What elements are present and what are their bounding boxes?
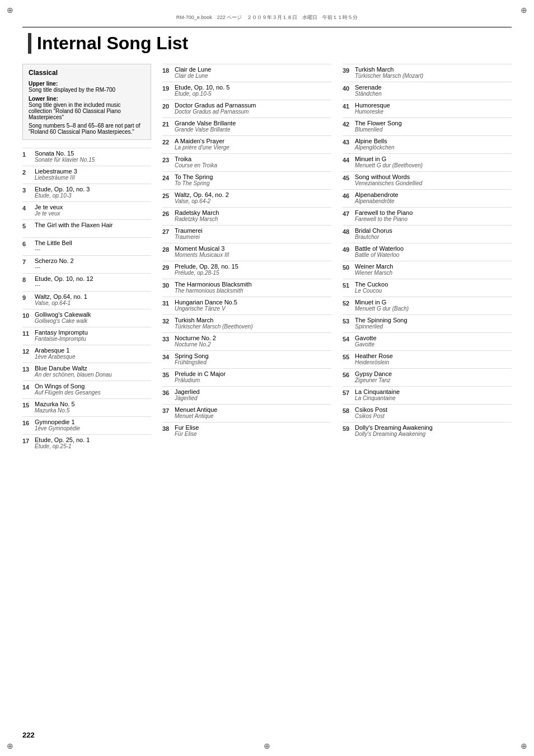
list-item: 39Turkish MarchTürkischer Marsch (Mozart… [343,64,512,82]
list-item: 29Prelude, Op. 28, no. 15Prélude, op.28-… [162,261,331,279]
song-number: 47 [343,209,355,217]
song-lower-title: Course en Troika [175,162,331,168]
song-titles: The Girl with the Flaxen Hair [35,222,151,228]
song-lower-title: Alpenglöckchen [355,144,512,151]
song-lower-title: Gavotte [355,341,512,348]
corner-mark-bm: ⊕ [261,740,273,752]
song-titles: Sonata No. 15Sonate für klavier No.15 [35,150,151,163]
song-lower-title: Wiener Marsch [355,270,512,276]
song-lower-title: Alpenabendrôte [355,198,512,204]
song-lower-title: --- [35,264,151,270]
song-upper-title: Scherzo No. 2 [35,257,151,264]
song-titles: Etude, Op. 10, no. 5Étude, op.10-5 [175,84,331,97]
song-lower-title: Fantaisie-Impromptu [35,336,151,342]
list-item: 54GavotteGavotte [343,332,512,350]
song-upper-title: Traumerei [175,227,331,234]
song-titles: Song without WordsVenezianisches Gondell… [355,173,512,186]
song-titles: AlpenabendroteAlpenabendrôte [355,191,512,204]
list-item: 14On Wings of SongAuf Flügeln des Gesang… [22,381,151,398]
song-number: 27 [162,227,175,235]
song-titles: Heather RoseHeidenröslein [355,353,512,365]
song-titles: Gymnopedie 11ève Gymnopédie [35,419,151,431]
song-number: 52 [343,299,355,307]
song-number: 15 [22,401,35,408]
song-titles: Waltz, Op. 64, no. 2Valse, op.64-2 [175,191,331,204]
song-number: 39 [343,66,355,74]
song-number: 24 [162,173,175,181]
song-upper-title: Waltz, Op.64, no. 1 [35,293,151,300]
song-number: 37 [162,406,175,414]
song-upper-title: Minuet in G [355,299,512,306]
song-lower-title: Ungarische Tänze V [175,306,331,312]
song-number: 5 [22,222,35,229]
song-titles: GavotteGavotte [355,335,512,348]
song-upper-title: Dolly's Dreaming Awakening [355,424,512,431]
song-titles: Farewell to the PianoFarewell to the Pia… [355,209,512,222]
lower-legend: Lower line: Song title given in the incl… [29,95,145,120]
list-item: 12Arabesque 11ève Arabesque [22,345,151,363]
song-upper-title: Turkish March [355,66,512,73]
song-lower-title: Étude, op.10-5 [175,91,331,97]
song-titles: On Wings of SongAuf Flügeln des Gesanges [35,383,151,396]
song-number: 53 [343,317,355,325]
list-item: 53The Spinning SongSpinnerlied [343,314,512,332]
song-number: 21 [162,120,175,128]
upper-label: Upper line: [29,81,58,87]
top-rule [22,27,512,27]
song-upper-title: Song without Words [355,173,512,180]
song-upper-title: Hungarian Dance No.5 [175,299,331,306]
song-number: 48 [343,227,355,235]
song-titles: Prelude in C MajorPräludium [175,370,331,383]
song-titles: Turkish MarchTürkischer Marsch (Mozart) [355,66,512,79]
song-number: 29 [162,263,175,271]
song-titles: Weiner MarchWiener Marsch [355,263,512,276]
list-item: 13Blue Danube WaltzAn der schönen, blaue… [22,363,151,381]
list-item: 2Liebestraume 3Liebesträume III [22,166,151,184]
song-titles: Mazurka No. 5Mazurka No.5 [35,401,151,414]
list-item: 34Spring SongFrühlingslied [162,350,331,368]
song-lower-title: Golliwog's Cake walk [35,318,151,324]
song-upper-title: Blue Danube Waltz [35,365,151,372]
song-number: 12 [22,347,35,355]
upper-text: Song title displayed by the RM-700 [29,87,145,93]
list-item: 23TroikaCourse en Troika [162,153,331,171]
song-titles: Waltz, Op.64, no. 1Valse, op.64-1 [35,293,151,306]
song-titles: Spring SongFrühlingslied [175,353,331,365]
song-upper-title: Alpine Bells [355,138,512,144]
song-number: 43 [343,138,355,145]
list-item: 20Doctor Gradus ad ParnassumDoctor Gradu… [162,100,331,118]
song-upper-title: Arabesque 1 [35,347,151,354]
song-titles: Blue Danube WaltzAn der schönen, blauen … [35,365,151,378]
song-number: 41 [343,102,355,110]
song-titles: Fantasy ImpromptuFantaisie-Impromptu [35,329,151,342]
list-item: 18Clair de LuneClair de Lune [162,64,331,82]
song-upper-title: Etude, Op. 10, no. 3 [35,186,151,192]
corner-mark-tl: ⊕ [4,4,16,16]
song-titles: Golliwog's CakewalkGolliwog's Cake walk [35,311,151,324]
song-titles: A Maiden's PrayerLa prière d'une Vierge [175,138,331,151]
song-lower-title: 1ève Arabesque [35,354,151,360]
song-upper-title: Farewell to the Piano [355,209,512,216]
list-item: 31Hungarian Dance No.5Ungarische Tänze V [162,297,331,314]
song-upper-title: Turkish March [175,317,331,323]
list-item: 42The Flower SongBlumenlied [343,118,512,135]
song-upper-title: Spring Song [175,353,331,359]
song-number: 59 [343,424,355,432]
song-lower-title: Le Coucou [355,288,512,294]
list-item: 50Weiner MarchWiener Marsch [343,261,512,279]
list-item: 3Etude, Op. 10, no. 3Étude, op.10-3 [22,184,151,201]
song-upper-title: Jagerlied [175,388,331,395]
song-titles: Clair de LuneClair de Lune [175,66,331,79]
song-titles: Minuet in GMenuett G dur (Bach) [355,299,512,312]
song-number: 54 [343,335,355,342]
song-titles: Scherzo No. 2--- [35,257,151,270]
list-item: 11Fantasy ImpromptuFantaisie-Impromptu [22,327,151,345]
list-item: 21Grande Valse BrillanteGrande Valse Bri… [162,118,331,135]
list-item: 22A Maiden's PrayerLa prière d'une Vierg… [162,135,331,153]
song-upper-title: Fur Elise [175,424,331,431]
song-upper-title: Humoresque [355,102,512,109]
song-number: 26 [162,209,175,217]
song-upper-title: Doctor Gradus ad Parnassum [175,102,331,109]
song-upper-title: The Harmonious Blacksmith [175,281,331,288]
list-item: 45Song without WordsVenezianisches Gonde… [343,171,512,189]
